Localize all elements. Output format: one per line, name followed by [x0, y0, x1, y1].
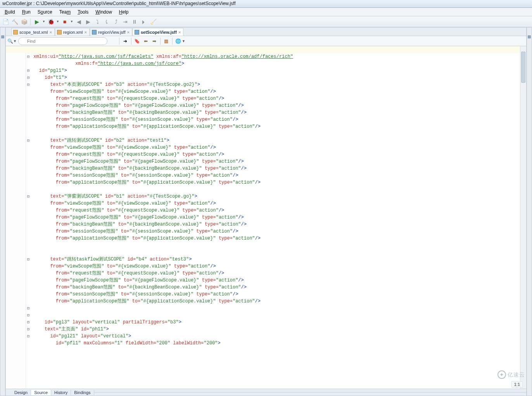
step-2-icon[interactable]: ⇥ [121, 18, 129, 26]
fold-toggle-icon[interactable]: ⊟ [26, 305, 31, 312]
resume-icon[interactable]: ⏵ [140, 18, 148, 26]
main-toolbar: 📄 🔨 📦 ▶ ▼ 🐞 ▼ ■ ▼ ◀ ▶ ⤵ ⤹ ⤴ ⇥ ⏸ ⏵ 🧹 [0, 16, 532, 27]
fold-toggle-icon[interactable]: ⊟ [26, 193, 31, 200]
footer-tab-source[interactable]: Source [31, 390, 51, 395]
editor-area: scope_test.xml × region.xml × regionView… [5, 27, 527, 396]
find-toolbar: 🔍 ▼ ➜ 🔖 ⬅ ➡ ▦ 🌐 ▼ [6, 36, 526, 46]
tab-regionview-jsff[interactable]: regionView.jsff × [90, 28, 132, 36]
tab-region-xml[interactable]: region.xml × [55, 28, 90, 36]
cursor-position: 1:1 [511, 381, 523, 387]
watermark: ✦亿速云 [497, 370, 525, 379]
find-input[interactable] [18, 37, 107, 45]
fold-toggle-icon[interactable]: ⊟ [26, 53, 31, 60]
rail-handle-icon[interactable] [1, 35, 4, 38]
goto-icon[interactable]: ➜ [122, 38, 129, 45]
step-over-icon[interactable]: ⤵ [93, 18, 101, 26]
scroll-thumb[interactable] [521, 52, 525, 83]
search-icon: 🔍 [7, 38, 13, 44]
fold-toggle-icon[interactable]: ⊟ [26, 67, 31, 74]
toolbar-separator [172, 38, 173, 45]
debug-icon[interactable]: 🐞 [47, 18, 55, 26]
run-icon[interactable]: ▶ [33, 18, 41, 26]
nav-fwd-icon[interactable]: ▶ [84, 18, 92, 26]
tab-label: regionView.jsff [98, 30, 126, 35]
menubar: Build Run Source Team Tools Window Help [0, 8, 532, 16]
footer-tab-bindings[interactable]: Bindings [71, 390, 94, 395]
toolbar-separator [160, 38, 161, 45]
editor-tabbar: scope_test.xml × region.xml × regionView… [6, 28, 526, 36]
jsff-file-icon [135, 30, 139, 35]
right-dock-rail[interactable] [527, 27, 532, 396]
toolbar-separator [30, 18, 31, 25]
footer-tab-design[interactable]: Design [11, 390, 31, 395]
toolbar-icon-2[interactable]: 🔨 [11, 18, 19, 26]
toolbar-icon-3[interactable]: 📦 [20, 18, 28, 26]
fold-toggle-icon[interactable]: ⊟ [26, 319, 31, 326]
pause-icon[interactable]: ⏸ [131, 18, 138, 26]
tab-label: region.xml [63, 30, 83, 35]
toolbar-separator [131, 38, 131, 45]
toolbar-icon-1[interactable]: 📄 [2, 18, 9, 26]
tab-label: setScopeView.jsff [141, 30, 177, 35]
fold-toggle-icon[interactable]: ⊟ [26, 81, 31, 88]
search-dropdown-icon[interactable]: ▼ [13, 39, 17, 43]
menu-build[interactable]: Build [2, 9, 18, 16]
step-into-icon[interactable]: ⤹ [103, 18, 111, 26]
gc-icon[interactable]: 🧹 [149, 18, 157, 26]
rail-handle-icon[interactable] [528, 35, 531, 38]
menu-tools[interactable]: Tools [74, 9, 92, 16]
menu-run[interactable]: Run [19, 9, 34, 16]
bookmark-icon[interactable]: 🔖 [134, 38, 141, 45]
fold-toggle-icon[interactable]: ⊟ [26, 333, 31, 340]
fold-toggle-icon[interactable]: ⊟ [26, 74, 31, 81]
fold-toggle-icon[interactable]: ⊟ [26, 256, 31, 263]
xml-file-icon [13, 30, 18, 35]
fold-toggle-icon[interactable]: ⊟ [26, 137, 31, 144]
stop-dropdown-icon[interactable]: ▼ [70, 20, 73, 23]
fold-toggle-icon[interactable]: ⊟ [26, 326, 31, 333]
browser-dropdown-icon[interactable]: ▼ [182, 39, 185, 43]
close-icon[interactable]: × [49, 30, 52, 35]
block-select-icon[interactable]: ▦ [163, 38, 170, 45]
code-editor[interactable]: xmlns:ui="http://java.sun.com/jsf/facele… [6, 46, 526, 389]
window-titlebar: wController.jpr : C:\JDeveloper\mywork\U… [0, 0, 532, 8]
menu-source[interactable]: Source [35, 9, 55, 16]
run-dropdown-icon[interactable]: ▼ [42, 20, 45, 23]
tab-setscopeview-jsff[interactable]: setScopeView.jsff × [133, 28, 183, 36]
tab-label: scope_test.xml [19, 30, 48, 35]
menu-team[interactable]: Team [56, 9, 74, 16]
menu-window[interactable]: Window [92, 9, 115, 16]
jsff-file-icon [92, 30, 97, 35]
step-out-icon[interactable]: ⤴ [112, 18, 120, 26]
stop-icon[interactable]: ■ [61, 18, 69, 26]
browser-preview-icon[interactable]: 🌐 [175, 38, 182, 45]
bookmark-next-icon[interactable]: ➡ [151, 38, 158, 45]
close-icon[interactable]: × [178, 30, 181, 35]
editor-gutter [6, 46, 26, 389]
close-icon[interactable]: × [85, 30, 87, 35]
nav-back-icon[interactable]: ◀ [75, 18, 83, 26]
editor-footer-tabs: Design Source History Bindings [6, 389, 526, 396]
watermark-icon: ✦ [497, 370, 506, 379]
menu-help[interactable]: Help [116, 9, 132, 16]
tab-scope-test-xml[interactable]: scope_test.xml × [11, 28, 55, 36]
footer-tab-history[interactable]: History [51, 390, 71, 395]
close-icon[interactable]: × [127, 30, 130, 35]
toolbar-separator [119, 38, 119, 45]
window-title: wController.jpr : C:\JDeveloper\mywork\U… [2, 1, 236, 6]
bookmark-prev-icon[interactable]: ⬅ [142, 38, 149, 45]
fold-toggle-icon[interactable]: ⊟ [26, 312, 31, 319]
left-dock-rail[interactable] [0, 27, 5, 396]
vertical-scrollbar[interactable] [520, 46, 526, 389]
xml-file-icon [57, 30, 62, 35]
debug-dropdown-icon[interactable]: ▼ [56, 20, 59, 23]
